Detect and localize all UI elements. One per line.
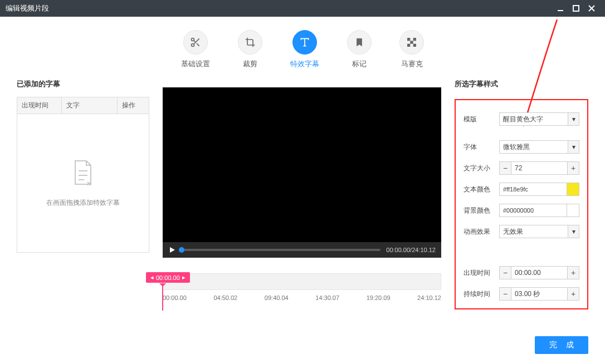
- chevron-down-icon: ▾: [568, 141, 579, 153]
- added-subtitles-title: 已添加的字幕: [17, 79, 149, 89]
- timecode: 00:00.00/24:10.12: [386, 247, 436, 253]
- play-button[interactable]: [168, 246, 176, 254]
- svg-rect-15: [413, 44, 416, 47]
- increase-button[interactable]: +: [567, 266, 579, 279]
- progress-slider[interactable]: [182, 249, 380, 251]
- marker-right-icon: ▸: [182, 274, 186, 281]
- empty-hint: 在画面拖拽添加特效字幕: [46, 198, 120, 208]
- titlebar: 编辑视频片段: [0, 0, 605, 17]
- timeline-marker-pill[interactable]: ◂ 00:00.00 ▸: [146, 272, 190, 283]
- tab-row: 基础设置 裁剪 特效字幕 标记 马赛克: [0, 17, 605, 79]
- timeline[interactable]: ◂ 00:00.00 ▸ 00:00.00 04:50.02 09:40.04 …: [163, 273, 441, 301]
- subtitle-style-title: 所选字幕样式: [455, 79, 588, 89]
- row-bg-color: 背景颜色 #00000000: [463, 204, 579, 217]
- font-size-value[interactable]: 72: [511, 161, 567, 175]
- timeline-ticks: 00:00.00 04:50.02 09:40.04 14:30.07 19:2…: [163, 294, 441, 301]
- decrease-button[interactable]: −: [499, 266, 511, 279]
- increase-button[interactable]: +: [567, 161, 579, 175]
- tab-label: 特效字幕: [290, 59, 319, 69]
- row-anim: 动画效果 无效果 ▾: [463, 225, 579, 238]
- font-size-stepper: − 72 +: [499, 161, 579, 175]
- svg-point-5: [192, 44, 194, 47]
- appear-time-stepper: − 00:00.00 +: [499, 266, 579, 279]
- added-subtitles-panel: 已添加的字幕 出现时间 文字 操作: [17, 79, 149, 309]
- marker-time: 00:00.00: [156, 274, 180, 281]
- bg-color-input[interactable]: #00000000: [499, 204, 567, 217]
- video-preview[interactable]: [163, 87, 441, 242]
- chevron-down-icon: ▾: [568, 225, 579, 238]
- bookmark-icon: [347, 30, 372, 55]
- marker-line[interactable]: [162, 286, 163, 311]
- bg-color-swatch[interactable]: [567, 204, 579, 217]
- video-panel: . 00:00.00/24:10.12 ◂: [163, 79, 441, 309]
- table-header: 出现时间 文字 操作: [17, 97, 149, 114]
- play-bar: 00:00.00/24:10.12: [163, 242, 441, 258]
- tab-label: 马赛克: [401, 59, 423, 69]
- tab-basic-settings[interactable]: 基础设置: [181, 30, 210, 69]
- tab-mosaic[interactable]: 马赛克: [399, 30, 424, 69]
- svg-line-7: [197, 43, 199, 46]
- content: 基础设置 裁剪 特效字幕 标记 马赛克: [0, 17, 605, 364]
- tab-crop[interactable]: 裁剪: [238, 30, 262, 69]
- tab-marker[interactable]: 标记: [347, 30, 372, 69]
- row-text-color: 文本颜色 #ff18e9fc: [463, 183, 579, 196]
- marker-left-icon: ◂: [150, 274, 154, 281]
- style-box: 模版 醒目黄色大字 ▾ 字体 微软雅黑 ▾: [455, 99, 588, 309]
- tab-subtitle[interactable]: 特效字幕: [290, 30, 319, 69]
- decrease-button[interactable]: −: [499, 287, 511, 301]
- progress-thumb[interactable]: [179, 247, 184, 253]
- text-icon: [292, 30, 317, 55]
- svg-rect-12: [413, 38, 416, 41]
- col-text: 文字: [62, 97, 118, 114]
- done-button[interactable]: 完 成: [535, 336, 588, 354]
- col-appear-time: 出现时间: [17, 97, 62, 114]
- tab-label: 标记: [352, 59, 367, 69]
- anim-select[interactable]: 无效果 ▾: [499, 225, 579, 238]
- text-color-swatch[interactable]: [567, 183, 579, 196]
- svg-rect-1: [573, 6, 579, 11]
- scissors-icon: [183, 30, 208, 55]
- svg-rect-14: [407, 44, 410, 47]
- row-font: 字体 微软雅黑 ▾: [463, 140, 579, 154]
- subtitles-table: 出现时间 文字 操作 在画面: [17, 97, 149, 253]
- decrease-button[interactable]: −: [499, 161, 511, 175]
- subtitle-style-panel: 所选字幕样式 模版 醒目黄色大字 ▾ 字体: [455, 79, 588, 309]
- window-title: 编辑视频片段: [6, 3, 553, 13]
- row-duration: 持续时间 − 03.00 秒 +: [463, 287, 579, 301]
- row-font-size: 文字大小 − 72 +: [463, 161, 579, 175]
- row-template: 模版 醒目黄色大字 ▾: [463, 112, 579, 126]
- maximize-button[interactable]: [568, 0, 584, 17]
- crop-icon: [238, 30, 262, 55]
- table-body-empty: 在画面拖拽添加特效字幕: [17, 114, 149, 252]
- svg-marker-19: [170, 247, 175, 253]
- svg-rect-13: [410, 41, 413, 43]
- duration-value[interactable]: 03.00 秒: [511, 287, 567, 301]
- svg-line-8: [194, 41, 196, 42]
- timeline-track[interactable]: [163, 273, 441, 290]
- col-action: 操作: [118, 97, 149, 114]
- duration-stepper: − 03.00 秒 +: [499, 287, 579, 301]
- row-appear-time: 出现时间 − 00:00.00 +: [463, 266, 579, 279]
- appear-time-value[interactable]: 00:00.00: [511, 266, 567, 279]
- text-color-input[interactable]: #ff18e9fc: [499, 183, 567, 196]
- tab-label: 裁剪: [243, 59, 257, 69]
- tab-label: 基础设置: [181, 59, 210, 69]
- increase-button[interactable]: +: [567, 287, 579, 301]
- document-icon: [71, 159, 95, 189]
- template-select[interactable]: 醒目黄色大字 ▾: [499, 112, 579, 126]
- chevron-down-icon: ▾: [568, 113, 579, 125]
- svg-rect-11: [407, 38, 410, 41]
- svg-point-4: [192, 38, 194, 41]
- font-select[interactable]: 微软雅黑 ▾: [499, 140, 579, 154]
- minimize-button[interactable]: [553, 0, 568, 17]
- mosaic-icon: [399, 30, 424, 55]
- close-button[interactable]: [584, 0, 599, 17]
